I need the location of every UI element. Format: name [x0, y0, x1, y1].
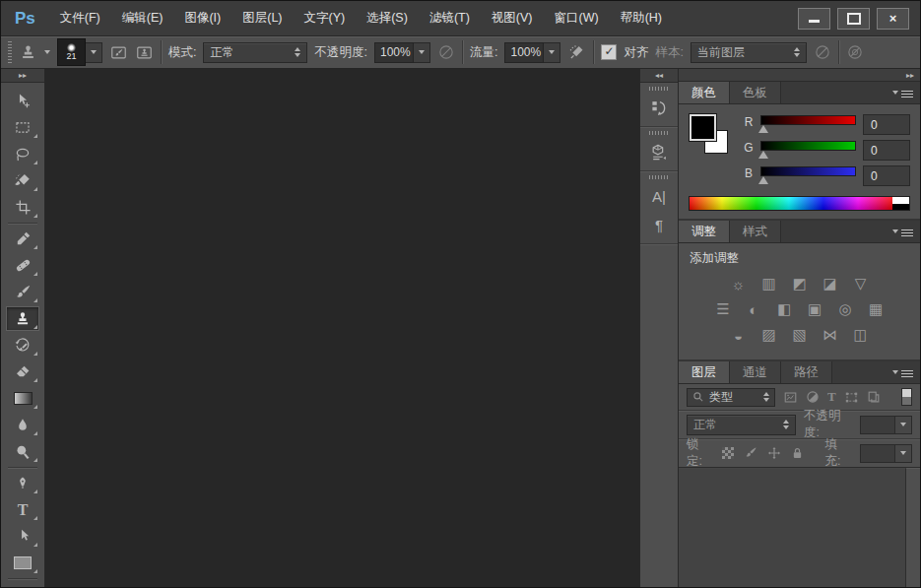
black-swatch[interactable]: [892, 204, 909, 211]
rectangle-tool[interactable]: [6, 551, 39, 575]
toggle-clone-source-panel-button[interactable]: [135, 44, 154, 61]
tab-styles[interactable]: 样式: [730, 221, 781, 242]
color-balance-icon[interactable]: ◐: [743, 300, 765, 318]
filter-type-layers-icon[interactable]: T: [827, 389, 836, 405]
layer-fill-arrow[interactable]: [895, 444, 912, 463]
blue-value-field[interactable]: 0: [863, 165, 910, 186]
lock-image-pixels-icon[interactable]: [744, 446, 757, 460]
tab-channels[interactable]: 通道: [730, 361, 781, 383]
green-value-field[interactable]: 0: [863, 140, 910, 161]
filter-shape-layers-icon[interactable]: [844, 391, 859, 404]
invert-icon[interactable]: ◒: [727, 326, 750, 344]
tab-paths[interactable]: 路径: [781, 361, 832, 383]
horizontal-type-tool[interactable]: T: [6, 497, 39, 522]
minimize-button[interactable]: [798, 8, 830, 30]
levels-icon[interactable]: ▥: [757, 275, 780, 293]
red-value-field[interactable]: 0: [863, 114, 910, 135]
history-brush-tool[interactable]: [6, 333, 39, 358]
rectangular-marquee-tool[interactable]: [6, 115, 39, 140]
brightness-contrast-icon[interactable]: ☼: [727, 275, 750, 293]
sample-select[interactable]: 当前图层: [691, 42, 807, 63]
layers-list[interactable]: [679, 468, 906, 587]
dock-grip[interactable]: [649, 131, 669, 135]
layers-panel-menu-button[interactable]: [892, 361, 920, 383]
brush-tool[interactable]: [6, 280, 39, 304]
adjustments-panel-menu-button[interactable]: [892, 221, 920, 242]
options-bar-grip[interactable]: [8, 41, 12, 63]
dock-grip[interactable]: [649, 175, 669, 179]
channel-mixer-icon[interactable]: ◎: [834, 300, 857, 318]
menu-item-layer[interactable]: 图层(L): [231, 1, 293, 35]
paragraph-panel-icon[interactable]: ¶: [646, 213, 672, 236]
tool-preset-picker[interactable]: [19, 43, 37, 62]
selective-color-icon[interactable]: ◫: [849, 326, 872, 344]
red-track[interactable]: [760, 115, 856, 125]
clone-stamp-tool[interactable]: [6, 306, 39, 331]
close-button[interactable]: ×: [877, 8, 909, 30]
airbrush-toggle-icon[interactable]: [567, 43, 586, 61]
menu-item-select[interactable]: 选择(S): [356, 1, 419, 35]
tab-color[interactable]: 颜色: [679, 82, 730, 103]
ignore-adjustment-layers-icon[interactable]: [814, 43, 831, 61]
red-slider-handle[interactable]: [758, 125, 768, 133]
pen-tool[interactable]: [6, 471, 39, 495]
blue-slider-handle[interactable]: [758, 176, 768, 184]
menu-item-image[interactable]: 图像(I): [173, 1, 231, 35]
tab-swatches[interactable]: 色板: [730, 82, 781, 103]
menu-item-help[interactable]: 帮助(H): [610, 1, 673, 35]
history-panel-icon[interactable]: [646, 96, 672, 119]
quick-selection-tool[interactable]: [6, 168, 39, 193]
color-lookup-icon[interactable]: ▦: [865, 300, 888, 318]
blue-track[interactable]: [760, 166, 856, 176]
crop-tool[interactable]: [6, 195, 39, 220]
dodge-tool[interactable]: [6, 439, 39, 464]
brush-preset-picker[interactable]: 21: [57, 38, 102, 66]
exposure-icon[interactable]: ◪: [819, 275, 841, 293]
character-panel-icon[interactable]: A|: [646, 184, 672, 208]
green-track[interactable]: [760, 141, 856, 151]
canvas-area[interactable]: [45, 69, 639, 587]
photo-filter-icon[interactable]: ▣: [804, 300, 826, 318]
threshold-icon[interactable]: ▧: [788, 326, 811, 344]
vibrance-icon[interactable]: ▽: [849, 275, 872, 293]
filter-smart-objects-icon[interactable]: [867, 390, 881, 404]
lock-all-icon[interactable]: [791, 446, 804, 460]
layer-filter-type-select[interactable]: 类型: [687, 388, 775, 407]
layer-fill-field[interactable]: [860, 444, 895, 463]
red-slider[interactable]: [760, 114, 856, 134]
menu-item-window[interactable]: 窗口(W): [544, 1, 610, 35]
curves-icon[interactable]: ◩: [788, 275, 811, 293]
brush-preset-arrow[interactable]: [86, 42, 102, 63]
layer-opacity-field[interactable]: [860, 416, 895, 434]
opacity-dropdown-arrow[interactable]: [414, 42, 430, 63]
menu-item-view[interactable]: 视图(V): [481, 1, 544, 35]
panel-dock-collapse-button[interactable]: ▸▸: [679, 69, 920, 82]
green-slider[interactable]: [760, 140, 856, 160]
tablet-pressure-size-icon[interactable]: [846, 43, 864, 61]
spectrum-gradient[interactable]: [690, 197, 892, 210]
blue-slider[interactable]: [760, 165, 856, 185]
black-white-icon[interactable]: ◧: [773, 300, 796, 318]
path-selection-tool[interactable]: [6, 524, 39, 549]
menu-item-type[interactable]: 文字(Y): [294, 1, 357, 35]
foreground-color-swatch[interactable]: [690, 114, 716, 141]
color-spectrum-ramp[interactable]: [689, 196, 910, 211]
filter-adjustment-layers-icon[interactable]: [806, 390, 820, 404]
lock-position-icon[interactable]: [767, 446, 781, 460]
aligned-checkbox[interactable]: ✓: [601, 44, 617, 60]
gradient-tool[interactable]: [6, 386, 39, 411]
hand-tool[interactable]: [6, 582, 39, 587]
menu-item-file[interactable]: 文件(F): [49, 1, 111, 35]
color-panel-menu-button[interactable]: [892, 82, 920, 103]
opacity-value[interactable]: 100%: [374, 42, 414, 63]
posterize-icon[interactable]: ▨: [757, 326, 780, 344]
tools-panel-collapse-button[interactable]: ▸▸: [1, 69, 44, 83]
lock-transparent-pixels-icon[interactable]: [722, 447, 734, 459]
flow-dropdown-arrow[interactable]: [544, 42, 560, 63]
eyedropper-tool[interactable]: [6, 227, 39, 251]
blur-tool[interactable]: [6, 413, 39, 437]
layer-blend-mode-select[interactable]: 正常: [687, 415, 796, 435]
lasso-tool[interactable]: [6, 142, 39, 166]
dock-expand-button[interactable]: ◂◂: [640, 69, 678, 83]
green-slider-handle[interactable]: [758, 151, 768, 159]
